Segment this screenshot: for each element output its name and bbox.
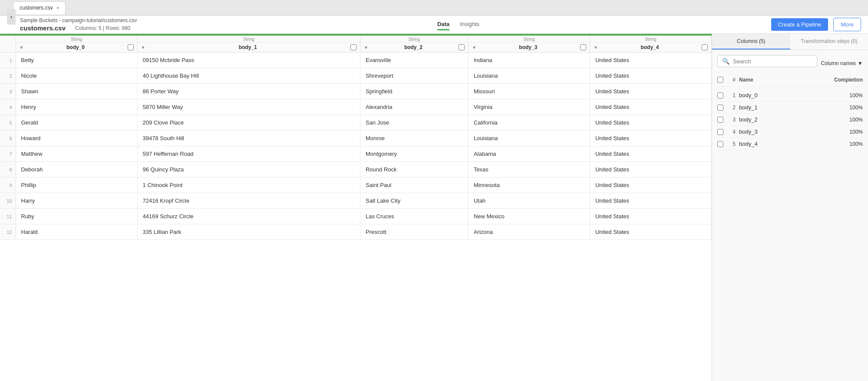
col3-type: String — [469, 36, 590, 43]
col-list-pct: 100% — [849, 141, 863, 147]
table-row: 7 Matthew 597 Heffernan Road Montgomery … — [0, 146, 712, 162]
column-search-input[interactable] — [733, 58, 812, 65]
tab-data[interactable]: Data — [437, 19, 449, 30]
col1-label: body_1 — [147, 44, 349, 50]
cell-c2: Saint Paul — [360, 177, 468, 193]
row-num: 1 — [0, 53, 16, 68]
right-panel: Columns (5) Transformation steps (0) 🔍 C… — [712, 34, 868, 381]
chevron-down-icon: ▼ — [858, 60, 863, 66]
list-item: 1 body_0 100% — [717, 89, 863, 102]
panel-tab-columns[interactable]: Columns (5) — [712, 34, 790, 49]
col3-checkbox[interactable] — [580, 44, 586, 50]
table-row: 9 Phillip 1 Chinook Point Saint Paul Min… — [0, 177, 712, 193]
cell-c1: 5870 Miller Way — [137, 99, 360, 115]
cell-c4: United States — [590, 162, 711, 177]
tab-label: customers.csv — [20, 5, 53, 11]
cell-c4: United States — [590, 209, 711, 224]
row-num: 8 — [0, 162, 16, 177]
cell-c0: Shawn — [16, 84, 137, 99]
search-icon: 🔍 — [722, 58, 729, 65]
tab-insights[interactable]: Insights — [460, 19, 479, 30]
tab-close-icon[interactable]: × — [56, 5, 59, 10]
cell-c4: United States — [590, 99, 711, 115]
create-pipeline-button[interactable]: Create a Pipeline — [771, 18, 828, 31]
row-num: 9 — [0, 177, 16, 193]
col-list-name: body_3 — [739, 128, 846, 135]
cell-c2: San Jose — [360, 115, 468, 131]
col-list-num: 1 — [727, 92, 736, 99]
col-list-name: body_4 — [739, 141, 846, 147]
col-list-pct: 100% — [849, 129, 863, 135]
cell-c1: 44169 Schurz Circle — [137, 209, 360, 224]
cell-c0: Betty — [16, 53, 137, 68]
list-item: 4 body_3 100% — [717, 126, 863, 138]
cell-c2: Round Rock — [360, 162, 468, 177]
cell-c1: 72416 Kropf Circle — [137, 193, 360, 209]
row-num: 2 — [0, 68, 16, 84]
cell-c4: United States — [590, 68, 711, 84]
cell-c3: Virginia — [468, 99, 590, 115]
cell-c4: United States — [590, 131, 711, 146]
col1-checkbox[interactable] — [350, 44, 356, 50]
panel-body: 🔍 Column names ▼ # Name Completion 1 bod… — [712, 50, 868, 381]
cell-c2: Montgomery — [360, 146, 468, 162]
cell-c1: 40 Lighthouse Bay Hill — [137, 68, 360, 84]
main-content: String ▼ body_0 String ▼ — [0, 34, 868, 381]
col2-dropdown-icon[interactable]: ▼ — [364, 45, 368, 50]
file-title: customers.csv — [20, 24, 66, 32]
col-list-num: 2 — [727, 105, 736, 111]
cell-c4: United States — [590, 146, 711, 162]
tab-bar: customers.csv × — [0, 0, 868, 16]
cell-c1: 86 Porter Way — [137, 84, 360, 99]
sidebar-toggle-button[interactable]: › — [7, 9, 16, 25]
col0-dropdown-icon[interactable]: ▼ — [20, 45, 24, 50]
col1-dropdown-icon[interactable]: ▼ — [141, 45, 145, 50]
cell-c0: Henry — [16, 99, 137, 115]
col-list-checkbox[interactable] — [717, 117, 723, 123]
col4-dropdown-icon[interactable]: ▼ — [594, 45, 598, 50]
col0-type: String — [16, 36, 137, 43]
col-completion-header: Completion — [834, 77, 863, 83]
columns-list: 1 body_0 100% 2 body_1 100% 3 body_2 100… — [717, 89, 863, 150]
cell-c3: California — [468, 115, 590, 131]
breadcrumb: Sample Buckets - campaign-tutorial/custo… — [20, 17, 137, 23]
col2-checkbox[interactable] — [459, 44, 465, 50]
col0-checkbox[interactable] — [128, 44, 134, 50]
cell-c3: Utah — [468, 193, 590, 209]
row-num: 7 — [0, 146, 16, 162]
cell-c2: Evansville — [360, 53, 468, 68]
col-header-body3: String ▼ body_3 — [468, 36, 590, 53]
col-header-body4: String ▼ body_4 — [590, 36, 711, 53]
panel-tab-transformation[interactable]: Transformation steps (0) — [790, 34, 868, 49]
col3-dropdown-icon[interactable]: ▼ — [472, 45, 476, 50]
col-list-checkbox[interactable] — [717, 105, 723, 111]
file-tab[interactable]: customers.csv × — [13, 1, 66, 14]
cell-c1: 597 Heffernan Road — [137, 146, 360, 162]
table-row: 2 Nicole 40 Lighthouse Bay Hill Shrevepo… — [0, 68, 712, 84]
cell-c4: United States — [590, 53, 711, 68]
cell-c0: Deborah — [16, 162, 137, 177]
col4-checkbox[interactable] — [702, 44, 708, 50]
cell-c1: 209 Clove Place — [137, 115, 360, 131]
column-names-dropdown-button[interactable]: Column names ▼ — [821, 60, 863, 66]
header-bar: › Sample Buckets - campaign-tutorial/cus… — [0, 16, 868, 34]
cell-c3: Minnesota — [468, 177, 590, 193]
col-list-checkbox[interactable] — [717, 141, 723, 147]
col3-label: body_3 — [478, 44, 578, 50]
col-list-checkbox[interactable] — [717, 129, 723, 135]
cell-c3: Arizona — [468, 224, 590, 240]
col-list-pct: 100% — [849, 105, 863, 111]
table-row: 8 Deborah 96 Quincy Plaza Round Rock Tex… — [0, 162, 712, 177]
col4-type: String — [590, 36, 711, 43]
col2-label: body_2 — [370, 44, 457, 50]
table-row: 3 Shawn 86 Porter Way Springfield Missou… — [0, 84, 712, 99]
more-button[interactable]: More — [833, 18, 861, 31]
table-row: 11 Ruby 44169 Schurz Circle Las Cruces N… — [0, 209, 712, 224]
table-body: 1 Betty 09150 Mcbride Pass Evansville In… — [0, 53, 712, 240]
col-list-checkbox[interactable] — [717, 92, 723, 99]
cell-c2: Shreveport — [360, 68, 468, 84]
cell-c3: Missouri — [468, 84, 590, 99]
col-list-pct: 100% — [849, 117, 863, 123]
select-all-checkbox[interactable] — [717, 77, 723, 83]
cell-c4: United States — [590, 177, 711, 193]
